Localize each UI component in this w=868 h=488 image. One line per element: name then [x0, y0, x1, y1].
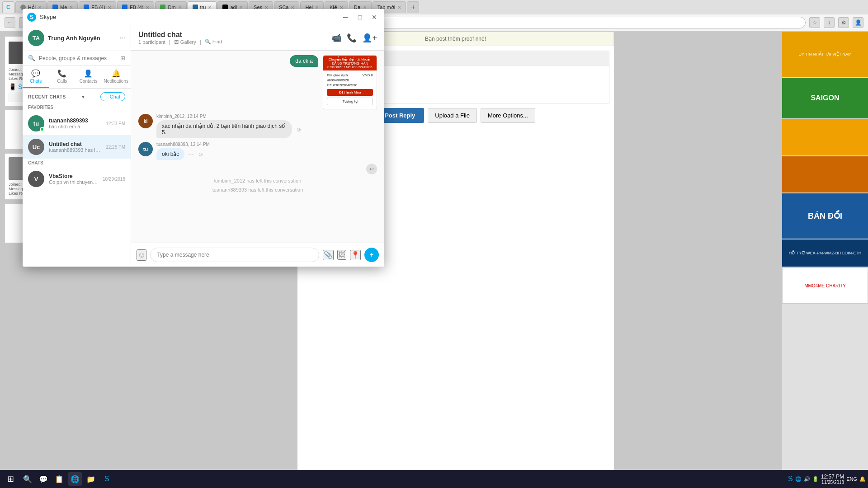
video-call-button[interactable]: 📹: [331, 33, 341, 43]
skype-more-menu-button[interactable]: ···: [119, 34, 125, 42]
chat-avatar-tuananh: tu: [28, 115, 44, 131]
audio-call-button[interactable]: 📞: [347, 33, 357, 43]
taskbar-search-icon[interactable]: 🔍: [21, 472, 34, 486]
tuananh-reaction-btn[interactable]: ☺: [198, 151, 203, 158]
add-participant-button[interactable]: 👤+: [362, 33, 377, 43]
upload-file-button[interactable]: Upload a File: [428, 108, 477, 123]
gallery-icon: 🖼: [174, 39, 179, 45]
tab-add[interactable]: +: [407, 1, 419, 13]
taskbar-left: ⊞ 🔍 💬 📋 🌐 📁 S: [2, 471, 113, 487]
taskbar-volume-icon: 🔊: [804, 476, 810, 482]
ad-block-orange[interactable]: [782, 119, 868, 155]
kimbinh-sender-time: kimbinh_2012, 12:14 PM: [156, 114, 302, 119]
chats-section-label: CHATS: [23, 159, 131, 167]
message-tuananh: tu tuananh889393, 12:14 PM oki bắc ⋯ ☺: [138, 142, 377, 160]
ad-block-charity[interactable]: MMO4ME CHARITY: [782, 267, 868, 304]
kimbinh-message-text: xác nhận đã nhận đủ. 2 bạn tiến hành gia…: [156, 120, 292, 138]
skype-title: Skype: [40, 14, 56, 20]
taskbar-task-view[interactable]: 📋: [52, 472, 66, 486]
chat-nav-icon: 💬: [31, 69, 40, 78]
maximize-button[interactable]: □: [354, 12, 365, 23]
new-chat-button[interactable]: + Chat: [100, 92, 125, 101]
taskbar-skype[interactable]: S: [100, 472, 113, 486]
download-button[interactable]: ↓: [824, 17, 835, 28]
taskbar-browser[interactable]: 🌐: [68, 472, 82, 486]
notification-icon[interactable]: 🔔: [859, 476, 866, 482]
chat-item-vbastore[interactable]: V VbaStore Co pp vn thi chuyen qua la ..…: [23, 167, 131, 191]
tab-close-new[interactable]: ✕: [397, 5, 401, 10]
calls-nav-icon: 📞: [57, 69, 66, 78]
ad-block-saigon[interactable]: SAIGON: [782, 78, 868, 118]
file-attach-button[interactable]: 📎: [323, 250, 334, 260]
taskbar-file-explorer[interactable]: 📁: [84, 472, 98, 486]
taskbar-clock[interactable]: 12:57 PM 11/25/2018: [821, 474, 844, 485]
location-button[interactable]: 📍: [350, 250, 361, 260]
find-icon: 🔍: [205, 39, 211, 44]
message-input-area: ☺ 📎 🖼 📍 +: [131, 243, 384, 267]
window-controls: ─ □ ✕: [340, 12, 380, 23]
skype-username: Trung Anh Nguyên: [48, 35, 100, 42]
chat-participant-count: 1 participant: [138, 39, 165, 45]
more-options-button[interactable]: More Options...: [481, 108, 535, 123]
tuananh-message-text: oki bắc: [156, 148, 184, 160]
start-button[interactable]: ⊞: [2, 471, 19, 487]
taskbar-skype-icon: S: [788, 475, 793, 483]
system-msg-tuananh-left: tuananh889393 has left this conversation: [138, 187, 377, 192]
skype-user-avatar: TA: [28, 30, 44, 46]
chat-avatar-vbastore: V: [28, 171, 44, 187]
skype-body: TA Trung Anh Nguyên ··· 🔍 ⊞ 💬 Chats: [23, 25, 384, 267]
skype-nav-tabs: 💬 Chats 📞 Calls 👤 Contacts 🔔 Notificatio…: [23, 66, 131, 89]
emoji-button[interactable]: ☺: [137, 249, 146, 261]
image-button[interactable]: 🖼: [337, 250, 346, 260]
message-right-dack: đã ck a: [138, 55, 318, 67]
nav-chats[interactable]: 💬 Chats: [23, 66, 49, 88]
messages-area[interactable]: Chuyển tiền đến tài khoản ĐẶNG TRƯỜNG HÀ…: [131, 51, 384, 243]
skype-search-bar: 🔍 ⊞: [23, 51, 131, 66]
tab-cocdoc-logo[interactable]: C: [2, 1, 14, 13]
ad-block-support[interactable]: HỖ TRỢ WEX-PM-WMZ-BITCOIN-ETH: [782, 239, 868, 267]
skype-chat-list: RECENT CHATS ▼ + Chat FAVORITES tu tuana…: [23, 89, 131, 267]
taskbar-network-icon: 🌐: [795, 476, 802, 482]
taskbar-lang: ENG: [846, 476, 857, 482]
taskbar: ⊞ 🔍 💬 📋 🌐 📁 S S 🌐 🔊 🔋 12:57 PM 11/25/201…: [0, 470, 868, 488]
send-button[interactable]: +: [364, 248, 379, 262]
chat-header: Untitled chat 1 participant | 🖼 Gallery …: [131, 25, 384, 51]
chat-avatar-untitled: Uc: [28, 139, 44, 155]
bookmark-button[interactable]: ☆: [809, 17, 820, 28]
recent-chats-header: RECENT CHATS ▼ + Chat: [23, 89, 131, 103]
whatsapp-icon: 📱: [9, 83, 16, 90]
chat-title: Untitled chat: [138, 31, 222, 39]
skype-window: S Skype ─ □ ✕ TA Trung Anh Nguyên ···: [23, 9, 384, 267]
online-indicator: [40, 127, 44, 131]
settings-button[interactable]: ⚙: [838, 17, 849, 28]
ad-block-ban-doi[interactable]: BÁN ĐỔI: [782, 193, 868, 239]
search-icon: 🔍: [28, 55, 35, 61]
gallery-link[interactable]: 🖼 Gallery: [174, 39, 196, 45]
chat-item-tuananh[interactable]: tu tuananh889393 bác chơi em á 12:33 PM: [23, 112, 131, 135]
skype-user-header: TA Trung Anh Nguyên ···: [23, 25, 131, 51]
user-account-button[interactable]: 👤: [853, 17, 863, 28]
close-button[interactable]: ✕: [369, 12, 380, 23]
message-reaction-btn[interactable]: ☺: [296, 126, 302, 133]
message-input[interactable]: [150, 248, 319, 262]
avatar-tuananh-msg: tu: [138, 142, 153, 156]
back-button[interactable]: ←: [5, 17, 15, 28]
search-input[interactable]: [39, 55, 117, 61]
message-options-btn[interactable]: ⋯: [188, 151, 194, 158]
nav-notifications[interactable]: 🔔 Notifications: [102, 66, 131, 88]
taskbar-cortana[interactable]: 💬: [37, 472, 50, 486]
minimize-button[interactable]: ─: [340, 12, 351, 23]
nav-calls[interactable]: 📞 Calls: [49, 66, 75, 88]
chat-item-untitled[interactable]: Uc Untitled chat tuananh889393 has left …: [23, 135, 131, 159]
recent-chats-label: RECENT CHATS: [28, 94, 66, 99]
recent-chats-dropdown[interactable]: ▼: [81, 94, 85, 99]
skype-titlebar: S Skype ─ □ ✕: [23, 9, 384, 25]
ad-block-orange2[interactable]: [782, 156, 868, 192]
skype-left-panel: TA Trung Anh Nguyên ··· 🔍 ⊞ 💬 Chats: [23, 25, 131, 267]
find-link[interactable]: 🔍 Find: [205, 39, 222, 45]
ad-block-1[interactable]: UY TÍN NHẤT TẠI VIỆT NAM: [782, 32, 868, 77]
system-msg-kimbinh-left: kimbinh_2012 has left this conversation: [138, 178, 377, 183]
grid-icon[interactable]: ⊞: [120, 55, 125, 61]
nav-contacts[interactable]: 👤 Contacts: [75, 66, 101, 88]
taskbar-right: S 🌐 🔊 🔋 12:57 PM 11/25/2018 ENG 🔔: [788, 474, 866, 485]
